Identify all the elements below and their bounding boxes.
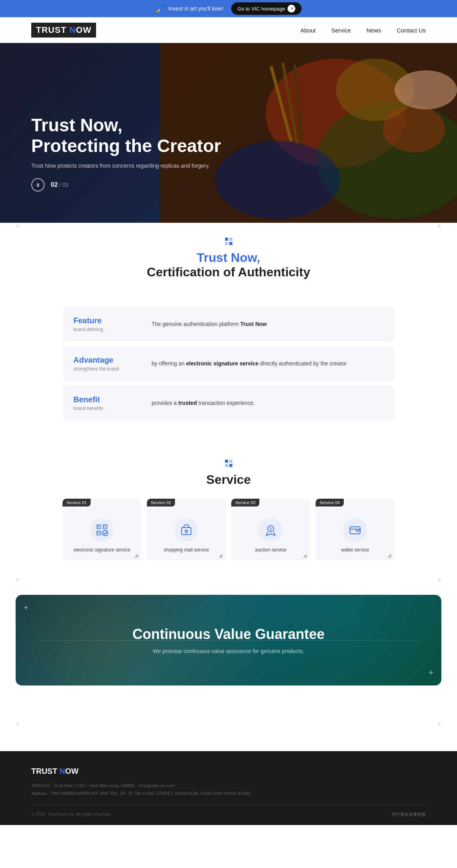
- service-section: Service Service 01: [0, 444, 457, 576]
- cross-left-3: +: [16, 721, 20, 728]
- feature-desc-strong-3: trusted: [178, 400, 196, 406]
- guarantee-section: + + Continuous Value Guarantee We promis…: [16, 595, 441, 685]
- slide-current: 02: [51, 181, 58, 188]
- service-card-4: Service 04 wallet service ◢: [316, 499, 395, 560]
- svg-rect-18: [104, 527, 105, 528]
- hero-section: Trust Now, Protecting the Creator Trust …: [0, 43, 457, 223]
- guarantee-plus-br: +: [428, 668, 434, 678]
- service-card-1: Service 01: [62, 499, 141, 560]
- brush-icon: 🖌️: [155, 4, 165, 13]
- feature-desc-after-2: directly authenticated by the creator: [259, 360, 347, 367]
- service-pixel-icon: [225, 460, 232, 467]
- divider-row-1: + +: [0, 223, 457, 230]
- service-tag-3: Service 03: [231, 499, 259, 506]
- svg-rect-16: [104, 526, 105, 527]
- svg-rect-19: [105, 527, 107, 528]
- service-icon-2: [175, 518, 198, 542]
- cert-title-main: Certification of Authenticity: [62, 265, 395, 279]
- slide-counter: 02 / 03: [51, 181, 68, 188]
- banner-message: Invest in art you'll love!: [168, 5, 223, 12]
- feature-title-3: Benefit: [73, 395, 140, 404]
- footer-privacy-link[interactable]: 개인정보보호방침: [391, 811, 426, 817]
- pixel-dot-1: [225, 238, 228, 241]
- feature-desc-after-3: transaction experience.: [197, 400, 255, 406]
- cert-title-accent: Trust Now,: [62, 251, 395, 265]
- svg-rect-17: [105, 526, 107, 527]
- pixel-dot-3: [225, 242, 228, 245]
- s-pixel-dot-2: [229, 460, 232, 463]
- cross-right-2: +: [437, 576, 441, 583]
- s-pixel-dot-4: [229, 464, 232, 467]
- svg-rect-26: [182, 528, 191, 535]
- feature-card-benefit: Benefit brand benefits provides a truste…: [62, 386, 395, 421]
- logo-accent: N: [69, 25, 76, 35]
- feature-title-2: Advantage: [73, 356, 140, 365]
- footer-copyright: © 2024. Trust Now Co. All rights reserve…: [31, 812, 111, 816]
- service-corner-3: ◢: [303, 552, 307, 558]
- cross-right-3: +: [437, 721, 441, 728]
- pause-button[interactable]: ⏸: [31, 178, 45, 191]
- footer-info-line1: SERVICE : Trust Now / CEO : Ham Man-sung…: [31, 782, 426, 790]
- feature-card-left-1: Feature brand defining: [73, 316, 140, 332]
- service-icon-4: [343, 518, 367, 542]
- service-corner-2: ◢: [218, 552, 223, 558]
- feature-desc-3: provides a trusted transaction experienc…: [152, 399, 255, 407]
- header: TRUST NOW About Service News Contact Us: [0, 17, 457, 43]
- feature-card-left-3: Benefit brand benefits: [73, 395, 140, 411]
- svg-rect-11: [98, 526, 99, 527]
- service-title: Service: [62, 472, 395, 487]
- feature-card-advantage: Advantage strengthens the brand by offer…: [62, 346, 395, 381]
- guarantee-desc: We promise continuous value assurance fo…: [39, 648, 418, 654]
- top-banner: 🖌️ Invest in art you'll love! Go to VIC …: [0, 0, 457, 17]
- nav-about[interactable]: About: [300, 27, 316, 34]
- cross-left: +: [16, 223, 20, 230]
- main-nav: About Service News Contact Us: [300, 27, 426, 34]
- hero-title-line2: Protecting the Creator: [31, 136, 221, 156]
- svg-rect-12: [99, 526, 100, 527]
- feature-card-feature: Feature brand defining The genuine authe…: [62, 307, 395, 342]
- feature-sub-3: brand benefits: [73, 406, 140, 411]
- service-label-1: electronic signature service: [68, 547, 136, 553]
- logo[interactable]: TRUST NOW: [31, 23, 96, 38]
- slide-total: 03: [62, 182, 68, 188]
- service-card-2: Service 02 shopping mall service ◢: [147, 499, 226, 560]
- divider-row-3: + +: [0, 721, 457, 728]
- service-tag-2: Service 02: [147, 499, 175, 506]
- feature-title-1: Feature: [73, 316, 140, 325]
- svg-rect-13: [98, 527, 99, 528]
- banner-text: 🖌️ Invest in art you'll love!: [155, 4, 223, 13]
- feature-desc-text-1: The genuine authentication platform: [152, 321, 240, 327]
- service-icon-1: [90, 518, 114, 542]
- nav-news[interactable]: News: [366, 27, 381, 34]
- cross-right: +: [437, 223, 441, 230]
- guarantee-plus-tl: +: [23, 603, 29, 613]
- nav-service[interactable]: Service: [331, 27, 351, 34]
- service-label-4: wallet service: [321, 547, 389, 553]
- arrow-icon: ↗: [287, 5, 295, 13]
- service-card-3: Service 03 $ auction service ◢: [231, 499, 310, 560]
- cross-left-2: +: [16, 576, 20, 583]
- s-pixel-dot-1: [225, 460, 228, 463]
- feature-desc-strong-1: Trust Now: [240, 321, 267, 327]
- vic-homepage-button[interactable]: Go to VIC homepage ↗: [231, 2, 302, 15]
- feature-desc-2: by offering an electronic signature serv…: [152, 359, 346, 368]
- svg-point-9: [395, 70, 457, 109]
- service-label-2: shopping mall service: [152, 547, 220, 553]
- feature-desc-text-3: provides a: [152, 400, 178, 406]
- footer: TRUST NOW SERVICE : Trust Now / CEO : Ha…: [0, 751, 457, 825]
- feature-sub-1: brand defining: [73, 327, 140, 332]
- nav-contact[interactable]: Contact Us: [397, 27, 426, 34]
- footer-info-line2: Address : TWO HARBOURFRONT UNIT 201, 2/F…: [31, 790, 426, 798]
- guarantee-title: Continuous Value Guarantee: [39, 626, 418, 642]
- section-icon: [62, 238, 395, 245]
- hero-title: Trust Now, Protecting the Creator: [31, 115, 221, 156]
- footer-logo-accent: N: [59, 767, 65, 775]
- footer-logo: TRUST NOW: [31, 767, 426, 776]
- svg-rect-14: [99, 527, 100, 528]
- service-corner-1: ◢: [134, 552, 138, 558]
- svg-rect-23: [98, 533, 99, 535]
- divider-row-2: + +: [0, 576, 457, 583]
- service-section-icon: [62, 460, 395, 467]
- service-label-3: auction service: [237, 547, 305, 553]
- hero-controls: ⏸ 02 / 03: [31, 178, 221, 191]
